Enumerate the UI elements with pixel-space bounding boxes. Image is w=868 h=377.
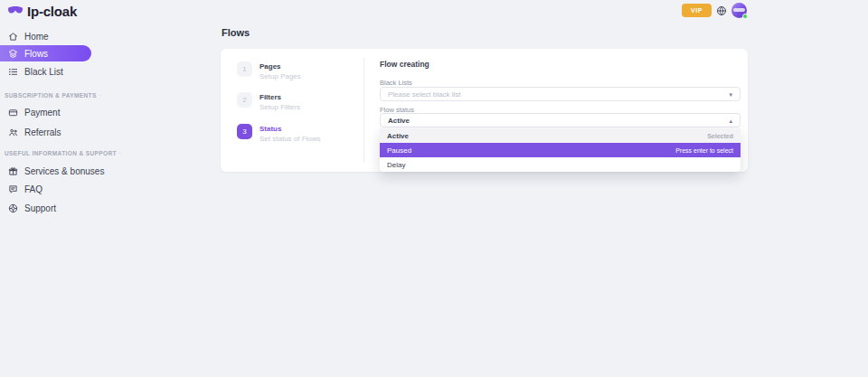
flow-status-dropdown: Active Selected Paused Press enter to se… (380, 128, 741, 172)
option-label: Paused (387, 146, 411, 155)
sidebar-item-label: Support (24, 203, 56, 213)
option-hint: Press enter to select (675, 147, 733, 154)
faq-chat-icon (8, 184, 18, 194)
step-title: Filters (259, 93, 300, 101)
sidebar-item-label: Referrals (24, 127, 61, 137)
lifebuoy-icon (8, 203, 18, 213)
user-avatar[interactable] (731, 3, 747, 18)
black-lists-placeholder: Please select black list (388, 90, 460, 99)
app-screen: Ip-cloak VIP Home (0, 0, 868, 377)
header: Ip-cloak VIP (0, 0, 868, 22)
dropdown-option-active[interactable]: Active Selected (380, 128, 741, 143)
sidebar-item-label: Black List (24, 67, 63, 77)
online-status-dot (742, 14, 748, 19)
sidebar-item-label: Services & bonuses (24, 166, 104, 176)
sidebar-item-label: FAQ (24, 184, 42, 194)
step-subtitle: Setup Filters (259, 103, 300, 111)
logo[interactable]: Ip-cloak (7, 3, 77, 19)
sidebar-item-referrals[interactable]: Referrals (0, 124, 61, 140)
step-subtitle: Set status of Flows (259, 135, 321, 143)
page-title: Flows (222, 27, 250, 38)
wizard-step-pages[interactable]: 1 Pages Setup Pages (237, 61, 301, 80)
logo-text: Ip-cloak (27, 4, 77, 19)
step-title: Status (259, 125, 321, 133)
sidebar-item-black-list[interactable]: Black List (0, 63, 63, 80)
step-subtitle: Setup Pages (259, 72, 301, 80)
black-lists-select[interactable]: Please select black list ▾ (380, 87, 741, 101)
option-label: Active (387, 132, 409, 140)
wizard-step-status[interactable]: 3 Status Set status of Flows (237, 124, 321, 143)
sidebar-section-subscription: Subscription & Payments (5, 92, 91, 99)
sidebar-item-label: Home (24, 32, 49, 42)
globe-language-icon[interactable] (716, 5, 727, 16)
form-title: Flow creating (380, 60, 429, 69)
payment-card-icon (8, 108, 18, 118)
gift-icon (8, 166, 18, 176)
option-hint: Selected (707, 133, 733, 139)
referrals-people-icon (8, 127, 18, 137)
sidebar-item-payment[interactable]: Payment (0, 104, 60, 120)
black-lists-label: Black Lists (380, 79, 412, 87)
flow-status-value: Active (388, 117, 410, 125)
blacklist-icon (8, 67, 18, 77)
dropdown-option-paused[interactable]: Paused Press enter to select (380, 143, 741, 157)
step-number: 1 (237, 61, 252, 77)
sidebar-item-label: Flows (24, 49, 48, 59)
dropdown-option-delay[interactable]: Delay (380, 157, 741, 172)
sidebar-item-home[interactable]: Home (0, 28, 49, 44)
sidebar-item-services-bonuses[interactable]: Services & bonuses (0, 163, 104, 179)
vip-button[interactable]: VIP (682, 4, 712, 17)
sidebar-section-support: Useful information & Support (5, 150, 91, 156)
mask-icon (7, 3, 24, 19)
home-icon (8, 32, 18, 42)
step-number: 2 (237, 92, 252, 108)
wizard-step-filters[interactable]: 2 Filters Setup Filters (237, 92, 300, 111)
option-label: Delay (387, 161, 405, 169)
flow-creating-card: 1 Pages Setup Pages 2 Filters Setup Filt… (221, 49, 748, 172)
section-title: Useful information & Support (5, 150, 117, 156)
step-number: 3 (237, 124, 252, 139)
step-title: Pages (259, 62, 301, 71)
sidebar-item-support[interactable]: Support (0, 200, 56, 216)
flows-icon (8, 49, 18, 59)
header-right: VIP (682, 3, 747, 18)
caret-down-icon: ▾ (729, 91, 732, 98)
sidebar-item-label: Payment (24, 108, 60, 118)
sidebar-item-flows[interactable]: Flows (0, 45, 91, 61)
sidebar-item-faq[interactable]: FAQ (0, 181, 42, 197)
section-title: Subscription & Payments (5, 92, 97, 99)
card-vertical-divider (363, 58, 364, 163)
flow-status-select[interactable]: Active ▴ (380, 113, 741, 127)
caret-up-icon: ▴ (729, 118, 732, 124)
